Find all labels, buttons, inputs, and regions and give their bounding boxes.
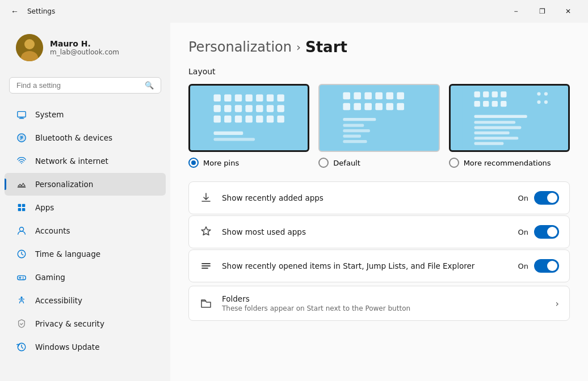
- search-input[interactable]: [16, 81, 140, 90]
- svg-rect-10: [22, 204, 25, 207]
- chevron-right-icon: ›: [556, 298, 559, 309]
- svg-rect-74: [474, 121, 515, 124]
- recently-added-toggle[interactable]: [534, 191, 559, 205]
- svg-rect-27: [256, 95, 263, 101]
- folders-text: Folders These folders appear on Start ne…: [222, 294, 547, 312]
- most-used-toggle[interactable]: [534, 225, 559, 239]
- svg-rect-77: [474, 137, 518, 139]
- svg-rect-35: [267, 105, 274, 112]
- layout-label-more-pins: More pins: [203, 159, 239, 167]
- sidebar-item-accounts[interactable]: Accounts: [5, 219, 166, 242]
- folders-subtitle: These folders appear on Start next to th…: [222, 304, 547, 312]
- sidebar-label-accessibility: Accessibility: [35, 296, 82, 305]
- svg-rect-5: [19, 118, 24, 118]
- layout-label-default: Default: [333, 159, 360, 167]
- app-title: Settings: [27, 7, 498, 15]
- svg-rect-54: [354, 103, 362, 111]
- layout-option-default[interactable]: Default: [318, 158, 439, 168]
- svg-rect-69: [474, 101, 480, 107]
- sidebar-label-bluetooth: Bluetooth & devices: [35, 133, 112, 142]
- folders-row[interactable]: Folders These folders appear on Start ne…: [188, 286, 570, 321]
- sidebar-item-privacy[interactable]: Privacy & security: [5, 312, 166, 335]
- svg-rect-49: [365, 92, 372, 100]
- layout-preview-more-recommendations: [449, 84, 570, 152]
- layout-option-more-pins[interactable]: More pins: [188, 158, 309, 168]
- user-profile[interactable]: Mauro H. m_lab@outlook.com: [5, 25, 166, 70]
- svg-rect-61: [343, 129, 370, 132]
- svg-rect-29: [277, 95, 284, 101]
- layout-option-more-recommendations[interactable]: More recommendations: [449, 158, 570, 168]
- svg-rect-56: [376, 103, 383, 111]
- close-button[interactable]: ✕: [555, 2, 581, 20]
- svg-rect-44: [213, 132, 243, 135]
- svg-rect-48: [354, 92, 362, 100]
- breadcrumb: Personalization › Start: [188, 39, 570, 56]
- network-icon: [16, 155, 27, 167]
- folder-icon: [199, 297, 213, 310]
- recently-added-state: On: [518, 194, 528, 202]
- system-icon: [16, 109, 27, 120]
- svg-rect-75: [474, 126, 521, 129]
- avatar: [16, 34, 43, 61]
- sidebar-item-system[interactable]: System: [5, 103, 166, 126]
- svg-point-19: [23, 278, 24, 280]
- svg-rect-51: [387, 92, 394, 100]
- layout-card-more-pins[interactable]: More pins: [188, 84, 309, 168]
- sidebar-item-gaming[interactable]: Gaming: [5, 266, 166, 289]
- user-info: Mauro H. m_lab@outlook.com: [50, 39, 119, 56]
- maximize-button[interactable]: ❐: [529, 2, 555, 20]
- most-used-toggle-group: On: [518, 225, 559, 239]
- svg-point-18: [23, 277, 24, 278]
- search-box: 🔍: [9, 77, 161, 94]
- sidebar-item-network[interactable]: Network & internet: [5, 150, 166, 172]
- star-icon: [199, 225, 213, 239]
- sidebar-label-apps: Apps: [35, 203, 54, 212]
- time-icon: [16, 248, 27, 260]
- settings-row-recently-added: Show recently added apps On: [188, 181, 570, 214]
- sidebar-item-windows-update[interactable]: Windows Update: [5, 336, 166, 358]
- svg-rect-68: [501, 91, 506, 97]
- folders-title: Folders: [222, 294, 547, 303]
- svg-rect-57: [387, 103, 394, 111]
- sidebar-item-accessibility[interactable]: Accessibility: [5, 289, 166, 312]
- recently-opened-label: Show recently opened items in Start, Jum…: [222, 261, 509, 270]
- back-button[interactable]: ←: [7, 3, 23, 19]
- svg-rect-30: [213, 105, 220, 112]
- svg-rect-58: [397, 103, 405, 111]
- sidebar-item-time[interactable]: Time & language: [5, 243, 166, 265]
- layout-cards: More pins: [188, 84, 570, 168]
- sidebar-nav: System Bluetooth & devices: [0, 103, 170, 359]
- svg-point-13: [19, 227, 23, 231]
- svg-rect-55: [365, 103, 372, 111]
- svg-rect-45: [213, 138, 255, 141]
- layout-label-more-recommendations: More recommendations: [464, 159, 551, 167]
- svg-rect-9: [18, 204, 21, 207]
- svg-rect-40: [245, 116, 252, 122]
- sidebar-label-system: System: [35, 110, 64, 119]
- layout-card-default[interactable]: Default: [318, 84, 439, 168]
- recently-opened-toggle-group: On: [518, 259, 559, 273]
- svg-rect-25: [235, 95, 242, 101]
- radio-default: [318, 158, 329, 168]
- svg-point-1: [24, 39, 35, 49]
- svg-rect-41: [256, 116, 263, 122]
- svg-rect-73: [474, 115, 527, 118]
- sidebar-label-network: Network & internet: [35, 156, 108, 166]
- sidebar-label-privacy: Privacy & security: [35, 319, 104, 328]
- recently-opened-toggle[interactable]: [534, 259, 559, 273]
- breadcrumb-parent[interactable]: Personalization: [188, 39, 292, 55]
- sidebar-item-personalization[interactable]: Personalization: [5, 173, 166, 196]
- minimize-button[interactable]: −: [503, 2, 529, 20]
- sidebar-label-windows-update: Windows Update: [35, 342, 99, 352]
- layout-card-more-recommendations[interactable]: More recommendations: [449, 84, 570, 168]
- sidebar-item-bluetooth[interactable]: Bluetooth & devices: [5, 126, 166, 149]
- layout-preview-more-pins: [188, 84, 309, 152]
- svg-rect-72: [501, 101, 506, 107]
- svg-point-20: [20, 297, 22, 298]
- settings-row-most-used: Show most used apps On: [188, 215, 570, 248]
- sidebar-item-apps[interactable]: Apps: [5, 196, 166, 219]
- accounts-icon: [16, 225, 27, 236]
- radio-more-pins: [188, 158, 199, 168]
- svg-rect-50: [376, 92, 383, 100]
- svg-rect-34: [256, 105, 263, 112]
